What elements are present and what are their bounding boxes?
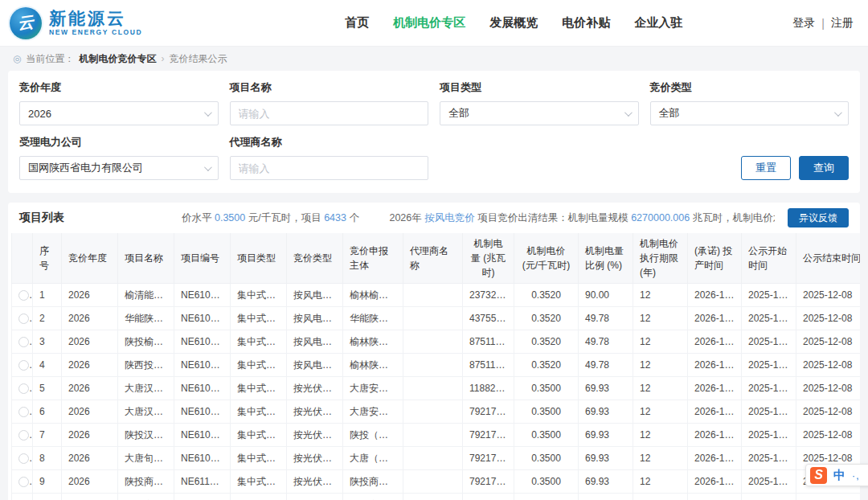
logo[interactable]: 云 新能源云 NEW ENERGY CLOUD [10,7,219,39]
ime-language-toggle[interactable]: 中 [833,468,845,483]
search-button[interactable]: 查询 [799,156,849,180]
table-cell: 2026 [62,447,118,470]
table-cell: 79217.286 [463,470,514,494]
row-radio[interactable] [18,383,29,394]
table-cell: 华能陕西子... [343,307,403,330]
table-cell: 大唐安康汉... [343,377,403,400]
nav-item[interactable]: 企业入驻 [634,15,682,31]
logo-glyph: 云 [16,11,35,35]
table-cell: 陕投商州区... [118,470,174,494]
table-cell: 12 [633,377,688,400]
table-row: 82026大唐旬阳吕...NE610925...集中式光伏按光伏竞价大唐（旬阳.… [12,447,861,470]
table-cell: 90.00 [579,284,633,307]
table-cell: 2025-12-04 [742,307,796,330]
table-cell: 49.78 [579,307,633,330]
nav-item[interactable]: 机制电价专区 [393,15,465,31]
row-select-cell [12,400,33,424]
row-radio[interactable] [18,337,29,347]
table-row: 102026陕投商州腰...NE611025...集中式光伏按光伏竞价陕投商洛清… [12,494,861,500]
announcement-highlight[interactable]: 6270000.006 [631,212,690,223]
table-cell: NE610923... [174,377,231,400]
nav-item[interactable]: 发展概览 [489,15,538,31]
select-value: 全部 [659,106,835,121]
bidding-type-select[interactable]: 全部 [650,101,850,125]
table-cell: 集中式光伏 [231,377,287,400]
row-select-cell [12,470,33,494]
table-cell: 2025-12-08 [796,284,861,307]
table-cell: 2025-12-04 [742,354,796,377]
table-cell: 0.3500 [514,424,579,447]
announcement-highlight[interactable]: 6433 [324,212,346,223]
table-cell: 237327.678 [463,284,514,307]
table-cell: 2025-12-08 [796,330,861,354]
row-radio[interactable] [18,360,29,371]
table-cell: 陕投商州腰... [118,494,174,500]
table-cell: 大唐汉滨15... [118,377,174,400]
row-radio[interactable] [18,290,29,301]
table-cell [403,330,463,354]
new-energy-cloud-logo-icon: 云 [10,7,42,39]
agent-name-input[interactable] [239,162,420,174]
breadcrumb: ◎ 当前位置： 机制电价竞价专区 › 竞价结果公示 [0,47,868,71]
table-cell: 0.3500 [514,377,579,400]
project-name-input[interactable] [239,108,420,120]
row-select-cell [12,284,33,307]
row-radio[interactable] [18,453,29,464]
table-cell: 2025-12-08 [796,400,861,424]
table-cell: 69.93 [579,494,633,500]
row-radio[interactable] [18,430,29,441]
breadcrumb-separator: › [161,53,164,64]
ime-punctuation-toggle[interactable]: ·, [852,469,860,482]
table-cell: 2025-12-08 [796,307,861,330]
table-cell: 1 [33,284,62,307]
project-type-select[interactable]: 全部 [440,101,639,125]
column-header: 机制电价执行期限 (年) [633,233,688,284]
table-cell: 集中式光伏 [231,424,287,447]
table-cell: 按风电竞价 [287,284,343,307]
table-cell: 49.78 [579,354,633,377]
login-link[interactable]: 登录 [792,16,815,31]
nav-item[interactable]: 首页 [345,15,369,31]
table-cell: 按风电竞价 [287,330,343,354]
row-select-cell [12,354,33,377]
table-cell: 集中式陆上... [231,330,287,354]
row-radio[interactable] [18,407,29,417]
register-link[interactable]: 注册 [831,16,854,31]
column-header: 竞价申报主体 [343,233,403,284]
announcement-highlight[interactable]: 0.3500 [215,212,245,223]
ime-toolbar[interactable]: S 中 ·, ❙ [805,464,868,486]
table-cell: 12 [633,447,688,470]
nav-item[interactable]: 电价补贴 [562,15,610,31]
table-cell: 2026 [62,470,118,494]
objection-feedback-button[interactable]: 异议反馈 [788,208,849,227]
table-row: 52026大唐汉滨15...NE610923...集中式光伏按光伏竞价大唐安康汉… [12,377,861,400]
logo-title: 新能源云 [49,10,142,27]
table-cell [403,424,463,447]
announcement-text: 2026年 [389,212,424,223]
row-radio[interactable] [18,477,29,487]
row-radio[interactable] [18,314,29,324]
announcement-highlight[interactable]: 按风电竞价 [424,212,475,223]
table-cell: 集中式陆上... [231,354,287,377]
table-cell: 2026-12-31 [688,354,742,377]
table-cell: 79217.286 [463,447,514,470]
bidding-year-select[interactable]: 2026 [19,101,219,125]
table-cell: 2026 [62,494,118,500]
reset-button[interactable]: 重置 [741,156,791,180]
sogou-ime-icon[interactable]: S [810,467,827,484]
table-cell: 12 [633,400,688,424]
power-company-select[interactable]: 国网陕西省电力有限公司 [19,156,219,180]
table-cell: 2026-12-31 [688,330,742,354]
column-header: 代理商名称 [403,233,463,284]
table-cell: 陕投榆阳10... [118,330,174,354]
table-cell: 12 [633,354,688,377]
table-cell [403,470,463,494]
table-row: 22026华能陕西子...NE610825...集中式陆上...按风电竞价华能陕… [12,307,861,330]
column-header: 竞价年度 [62,233,118,284]
table-cell: NE610925... [174,424,231,447]
table-cell: 2026-12-31 [688,470,742,494]
filter-power-company: 受理电力公司 国网陕西省电力有限公司 [19,135,219,180]
breadcrumb-section[interactable]: 机制电价竞价专区 [79,52,156,66]
table-cell: 大唐安康汉... [343,400,403,424]
field-label: 竞价年度 [19,80,219,95]
